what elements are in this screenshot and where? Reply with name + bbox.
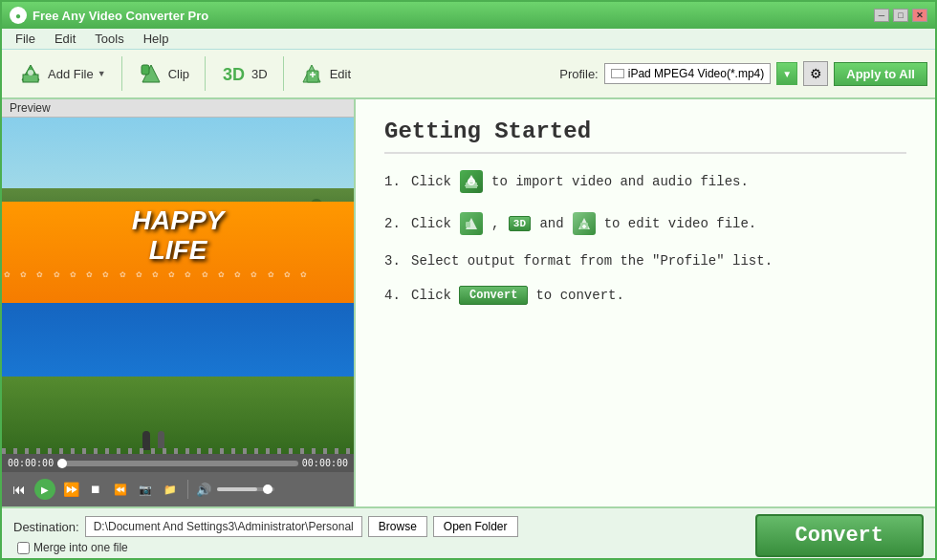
bottom-left: Destination: D:\Document And Settings3\A… xyxy=(13,516,518,554)
convert-inline-button[interactable]: Convert xyxy=(459,286,528,305)
menu-edit[interactable]: Edit xyxy=(45,30,85,48)
step-4-num: 4. xyxy=(384,288,403,303)
step-2-clip-icon xyxy=(459,211,484,236)
stop-button[interactable]: ⏹ xyxy=(86,480,105,499)
step-1-num: 1. xyxy=(384,174,403,189)
step-2-text-before: Click xyxy=(411,216,451,231)
browse-button[interactable]: Browse xyxy=(368,516,427,537)
edit-icon xyxy=(299,60,326,87)
getting-started-title: Getting Started xyxy=(384,118,906,154)
clip-button[interactable]: Clip xyxy=(130,56,197,91)
add-file-dropdown-arrow[interactable]: ▼ xyxy=(98,69,106,78)
previous-frame-button[interactable]: ⏪ xyxy=(111,480,130,499)
step-1-text-after: to import video and audio files. xyxy=(491,174,749,189)
step-1: 1. Click to import video and audio files… xyxy=(384,169,906,194)
step-1-icon xyxy=(459,169,484,194)
toolbar: Add File ▼ Clip 3D 3D xyxy=(2,50,935,99)
add-icon xyxy=(460,170,483,193)
open-folder-ctrl-button[interactable]: 📁 xyxy=(161,480,180,499)
play-button[interactable]: ▶ xyxy=(34,479,55,500)
profile-icon xyxy=(611,69,624,78)
close-button[interactable]: ✕ xyxy=(912,9,927,22)
volume-fill xyxy=(217,487,257,491)
svg-rect-1 xyxy=(23,75,38,82)
svg-point-2 xyxy=(28,70,33,75)
destination-label: Destination: xyxy=(13,520,79,534)
threed-label: 3D xyxy=(251,67,268,81)
step-4: 4. Click Convert to convert. xyxy=(384,286,906,305)
profile-value: iPad MPEG4 Video(*.mp4) xyxy=(628,67,765,80)
step-4-text-after: to convert. xyxy=(535,288,623,303)
toolbar-sep-1 xyxy=(121,56,122,91)
playback-controls: ⏮ ▶ ⏩ ⏹ ⏪ 📷 📁 🔊 xyxy=(2,472,354,506)
step-4-text-before: Click xyxy=(411,288,451,303)
merge-checkbox-row: Merge into one file xyxy=(17,541,518,554)
threed-step-badge: 3D xyxy=(509,216,531,231)
apply-all-button[interactable]: Apply to All xyxy=(834,62,927,86)
volume-handle[interactable] xyxy=(263,485,272,494)
merge-checkbox[interactable] xyxy=(17,542,30,554)
time-end: 00:00:00 xyxy=(302,458,348,468)
step-2-3d-badge: 3D xyxy=(507,211,532,236)
fast-forward-button[interactable]: ⏩ xyxy=(61,480,80,499)
clip-label: Clip xyxy=(168,67,189,81)
volume-icon: 🔊 xyxy=(196,483,211,497)
add-file-icon xyxy=(17,60,44,87)
left-panel: Preview HAPPY LIFE xyxy=(2,99,356,506)
settings-button[interactable]: ⚙ xyxy=(803,61,828,86)
step-3-text: Select output format from the "Profile" … xyxy=(411,253,773,269)
scrubber-handle[interactable] xyxy=(57,459,67,468)
volume-slider[interactable] xyxy=(217,487,274,491)
add-file-label: Add File xyxy=(48,67,94,81)
convert-button[interactable]: Convert xyxy=(755,514,924,557)
step-3-num: 3. xyxy=(384,253,403,269)
toolbar-sep-2 xyxy=(205,56,206,91)
threed-icon: 3D xyxy=(221,60,248,87)
edit-button[interactable]: Edit xyxy=(292,56,359,91)
right-panel: Getting Started 1. Click to import video… xyxy=(356,99,935,506)
clip-icon xyxy=(138,60,164,87)
steps-list: 1. Click to import video and audio files… xyxy=(384,169,906,305)
preview-label: Preview xyxy=(2,99,354,118)
video-area: HAPPY LIFE ✿ ✿ xyxy=(2,118,354,454)
svg-rect-14 xyxy=(466,222,470,227)
destination-row: Destination: D:\Document And Settings3\A… xyxy=(13,516,518,537)
svg-text:3D: 3D xyxy=(223,65,245,84)
ctrl-sep xyxy=(187,480,188,499)
step-1-text-before: Click xyxy=(411,174,451,189)
clip-step-icon xyxy=(460,212,483,235)
restore-button[interactable]: □ xyxy=(893,9,908,22)
merge-label: Merge into one file xyxy=(33,541,128,554)
profile-label: Profile: xyxy=(559,67,598,81)
profile-section: Profile: iPad MPEG4 Video(*.mp4) ▼ ⚙ App… xyxy=(559,61,927,86)
edit-step-icon xyxy=(573,212,596,235)
step-2: 2. Click , 3D and xyxy=(384,211,906,236)
open-folder-button[interactable]: Open Folder xyxy=(433,516,518,537)
menu-tools[interactable]: Tools xyxy=(85,30,133,48)
step-2-edit-icon xyxy=(572,211,597,236)
timeline: 00:00:00 00:00:00 xyxy=(2,454,354,472)
profile-dropdown-arrow[interactable]: ▼ xyxy=(776,62,797,85)
minimize-button[interactable]: ─ xyxy=(874,9,889,22)
menu-file[interactable]: File xyxy=(6,30,45,48)
menu-help[interactable]: Help xyxy=(134,30,179,48)
threed-button[interactable]: 3D 3D xyxy=(213,56,275,91)
app-icon: ● xyxy=(10,7,27,24)
time-start: 00:00:00 xyxy=(8,458,54,468)
next-frame-button[interactable]: 📷 xyxy=(136,480,155,499)
step-3: 3. Select output format from the "Profil… xyxy=(384,253,906,269)
destination-path: D:\Document And Settings3\Administrator\… xyxy=(85,516,362,537)
titlebar: ● Free Any Video Converter Pro ─ □ ✕ xyxy=(2,2,935,29)
step-2-num: 2. xyxy=(384,216,403,231)
bottom-bar: Destination: D:\Document And Settings3\A… xyxy=(2,506,935,560)
add-file-button[interactable]: Add File ▼ xyxy=(10,56,114,91)
profile-dropdown[interactable]: iPad MPEG4 Video(*.mp4) xyxy=(604,63,772,84)
scrubber[interactable] xyxy=(57,461,298,466)
go-start-button[interactable]: ⏮ xyxy=(10,480,29,499)
video-title-text: HAPPY LIFE xyxy=(132,206,224,266)
svg-rect-11 xyxy=(466,183,477,188)
edit-label: Edit xyxy=(330,67,351,81)
window-controls: ─ □ ✕ xyxy=(874,9,927,22)
step-2-comma: , xyxy=(491,216,499,231)
svg-rect-4 xyxy=(142,65,149,75)
